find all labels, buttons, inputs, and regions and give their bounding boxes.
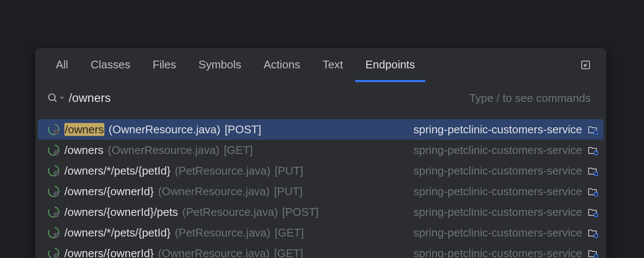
result-path: /owners/{ownerId} (64, 247, 154, 258)
result-method: [GET] (275, 226, 304, 240)
open-as-tool-window-icon[interactable] (580, 59, 591, 71)
result-main: /owners/*/pets/{petId} (PetResource.java… (64, 226, 413, 240)
results-list: /owners (OwnerResource.java) [POST] spri… (35, 117, 606, 258)
result-file: (PetResource.java) (182, 206, 278, 219)
result-module: spring-petclinic-customers-service (413, 185, 582, 198)
result-main: /owners/{ownerId} (OwnerResource.java) [… (64, 247, 413, 258)
tab-classes[interactable]: Classes (79, 48, 141, 82)
result-path: /owners (64, 144, 103, 157)
endpoint-icon (48, 248, 60, 258)
result-main: /owners (OwnerResource.java) [POST] (64, 123, 413, 136)
module-icon (587, 206, 598, 218)
result-module: spring-petclinic-customers-service (413, 206, 582, 219)
result-row[interactable]: /owners/{ownerId}/pets (PetResource.java… (35, 202, 606, 222)
result-path: /owners/*/pets/{petId} (64, 226, 170, 240)
result-module: spring-petclinic-customers-service (413, 144, 582, 157)
result-main: /owners (OwnerResource.java) [GET] (64, 144, 413, 157)
module-icon (587, 144, 598, 156)
result-path: /owners/{ownerId} (64, 185, 154, 198)
result-module: spring-petclinic-customers-service (413, 226, 582, 240)
result-row[interactable]: /owners/{ownerId} (OwnerResource.java) [… (35, 243, 606, 258)
result-row[interactable]: /owners (OwnerResource.java) [GET] sprin… (35, 140, 606, 160)
tab-text[interactable]: Text (311, 48, 354, 82)
result-path: /owners/*/pets/{petId} (64, 164, 170, 178)
result-method: [PUT] (274, 185, 302, 198)
module-icon (587, 186, 598, 197)
endpoint-icon (48, 124, 60, 135)
endpoint-icon (48, 144, 60, 156)
tab-symbols[interactable]: Symbols (187, 48, 252, 82)
result-file: (OwnerResource.java) (158, 247, 270, 258)
module-icon (587, 124, 598, 135)
endpoint-icon (48, 206, 60, 218)
result-path: /owners (64, 123, 104, 136)
tab-endpoints[interactable]: Endpoints (354, 48, 426, 82)
module-icon (587, 165, 598, 176)
result-row[interactable]: /owners (OwnerResource.java) [POST] spri… (38, 119, 604, 140)
result-file: (OwnerResource.java) (158, 185, 270, 198)
tab-all[interactable]: All (47, 48, 79, 82)
result-row[interactable]: /owners/{ownerId} (OwnerResource.java) [… (35, 181, 606, 202)
search-hint: Type / to see commands (469, 92, 591, 105)
result-file: (OwnerResource.java) (108, 144, 219, 157)
result-file: (OwnerResource.java) (109, 123, 220, 136)
module-icon (587, 227, 598, 238)
result-method: [POST] (225, 123, 261, 136)
tab-actions[interactable]: Actions (252, 48, 311, 82)
endpoint-icon (48, 186, 60, 197)
result-module: spring-petclinic-customers-service (413, 164, 582, 178)
result-method: [PUT] (275, 164, 303, 178)
result-method: [GET] (224, 144, 253, 157)
module-icon (587, 248, 598, 258)
result-method: [GET] (274, 247, 303, 258)
tabs-bar: All Classes Files Symbols Actions Text E… (35, 48, 606, 82)
result-method: [POST] (282, 206, 319, 219)
result-path: /owners/{ownerId}/pets (64, 206, 178, 219)
search-everywhere-dialog: All Classes Files Symbols Actions Text E… (35, 48, 606, 258)
result-main: /owners/{ownerId}/pets (PetResource.java… (64, 206, 413, 219)
tab-files[interactable]: Files (141, 48, 187, 82)
result-main: /owners/*/pets/{petId} (PetResource.java… (64, 164, 413, 178)
search-input[interactable] (69, 91, 469, 105)
svg-point-1 (49, 94, 55, 100)
result-module: spring-petclinic-customers-service (413, 123, 582, 136)
endpoint-icon (48, 227, 60, 238)
result-module: spring-petclinic-customers-service (413, 247, 582, 258)
endpoint-icon (48, 165, 60, 176)
result-main: /owners/{ownerId} (OwnerResource.java) [… (64, 185, 413, 198)
result-row[interactable]: /owners/*/pets/{petId} (PetResource.java… (35, 222, 606, 243)
search-row: Type / to see commands (35, 82, 606, 117)
result-row[interactable]: /owners/*/pets/{petId} (PetResource.java… (35, 160, 606, 181)
svg-line-2 (54, 99, 56, 101)
search-icon[interactable] (47, 92, 64, 104)
result-file: (PetResource.java) (175, 226, 270, 240)
result-file: (PetResource.java) (175, 164, 270, 178)
